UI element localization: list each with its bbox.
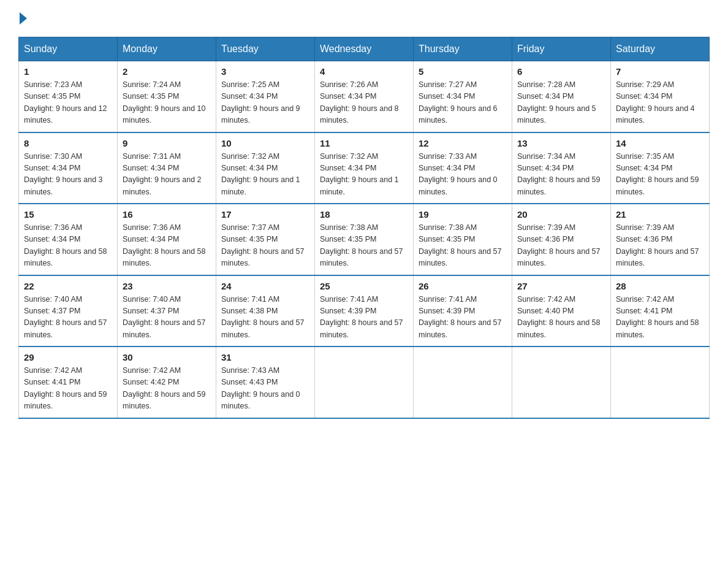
calendar-cell: 10 Sunrise: 7:32 AMSunset: 4:34 PMDaylig… — [216, 132, 315, 204]
calendar-cell: 6 Sunrise: 7:28 AMSunset: 4:34 PMDayligh… — [512, 61, 611, 132]
calendar-cell: 9 Sunrise: 7:31 AMSunset: 4:34 PMDayligh… — [118, 132, 216, 204]
day-number: 17 — [221, 209, 309, 220]
calendar-header: SundayMondayTuesdayWednesdayThursdayFrid… — [19, 37, 710, 61]
day-info: Sunrise: 7:25 AMSunset: 4:34 PMDaylight:… — [221, 79, 309, 127]
day-info: Sunrise: 7:35 AMSunset: 4:34 PMDaylight:… — [616, 151, 704, 199]
day-info: Sunrise: 7:27 AMSunset: 4:34 PMDaylight:… — [419, 79, 507, 127]
day-number: 26 — [419, 281, 507, 291]
calendar-cell: 5 Sunrise: 7:27 AMSunset: 4:34 PMDayligh… — [414, 61, 512, 132]
day-info: Sunrise: 7:42 AMSunset: 4:42 PMDaylight:… — [123, 365, 211, 413]
day-number: 24 — [221, 281, 309, 291]
day-number: 18 — [320, 209, 408, 220]
day-info: Sunrise: 7:43 AMSunset: 4:43 PMDaylight:… — [221, 365, 309, 413]
day-info: Sunrise: 7:38 AMSunset: 4:35 PMDaylight:… — [419, 222, 507, 270]
calendar-cell — [315, 347, 414, 418]
calendar-cell: 14 Sunrise: 7:35 AMSunset: 4:34 PMDaylig… — [611, 132, 710, 204]
calendar-cell: 19 Sunrise: 7:38 AMSunset: 4:35 PMDaylig… — [414, 204, 512, 275]
calendar-cell: 28 Sunrise: 7:42 AMSunset: 4:41 PMDaylig… — [611, 275, 710, 347]
day-info: Sunrise: 7:36 AMSunset: 4:34 PMDaylight:… — [24, 222, 112, 270]
calendar-week-row: 15 Sunrise: 7:36 AMSunset: 4:34 PMDaylig… — [19, 204, 710, 275]
day-info: Sunrise: 7:40 AMSunset: 4:37 PMDaylight:… — [24, 294, 112, 342]
calendar-cell: 22 Sunrise: 7:40 AMSunset: 4:37 PMDaylig… — [19, 275, 118, 347]
calendar-week-row: 1 Sunrise: 7:23 AMSunset: 4:35 PMDayligh… — [19, 61, 710, 132]
header-cell-thursday: Thursday — [414, 37, 512, 61]
day-number: 19 — [419, 209, 507, 220]
day-info: Sunrise: 7:36 AMSunset: 4:34 PMDaylight:… — [123, 222, 211, 270]
day-number: 6 — [517, 66, 605, 77]
day-info: Sunrise: 7:41 AMSunset: 4:39 PMDaylight:… — [320, 294, 408, 342]
calendar-cell: 8 Sunrise: 7:30 AMSunset: 4:34 PMDayligh… — [19, 132, 118, 204]
day-number: 11 — [320, 138, 408, 148]
day-number: 5 — [419, 66, 507, 77]
calendar-cell — [611, 347, 710, 418]
day-info: Sunrise: 7:29 AMSunset: 4:34 PMDaylight:… — [616, 79, 704, 127]
calendar-week-row: 29 Sunrise: 7:42 AMSunset: 4:41 PMDaylig… — [19, 347, 710, 418]
calendar-cell — [512, 347, 611, 418]
day-number: 15 — [24, 209, 112, 220]
day-number: 10 — [221, 138, 309, 148]
day-info: Sunrise: 7:37 AMSunset: 4:35 PMDaylight:… — [221, 222, 309, 270]
header-cell-wednesday: Wednesday — [315, 37, 414, 61]
day-number: 28 — [616, 281, 704, 291]
calendar-cell: 18 Sunrise: 7:38 AMSunset: 4:35 PMDaylig… — [315, 204, 414, 275]
calendar-cell: 25 Sunrise: 7:41 AMSunset: 4:39 PMDaylig… — [315, 275, 414, 347]
day-number: 20 — [517, 209, 605, 220]
day-info: Sunrise: 7:42 AMSunset: 4:41 PMDaylight:… — [616, 294, 704, 342]
day-number: 13 — [517, 138, 605, 148]
logo-arrow-icon — [20, 12, 27, 25]
calendar-cell: 15 Sunrise: 7:36 AMSunset: 4:34 PMDaylig… — [19, 204, 118, 275]
calendar-cell: 26 Sunrise: 7:41 AMSunset: 4:39 PMDaylig… — [414, 275, 512, 347]
logo — [18, 12, 28, 25]
day-number: 21 — [616, 209, 704, 220]
day-number: 16 — [123, 209, 211, 220]
calendar-cell: 16 Sunrise: 7:36 AMSunset: 4:34 PMDaylig… — [118, 204, 216, 275]
calendar-cell: 13 Sunrise: 7:34 AMSunset: 4:34 PMDaylig… — [512, 132, 611, 204]
day-info: Sunrise: 7:33 AMSunset: 4:34 PMDaylight:… — [419, 151, 507, 199]
day-info: Sunrise: 7:23 AMSunset: 4:35 PMDaylight:… — [24, 79, 112, 127]
day-info: Sunrise: 7:34 AMSunset: 4:34 PMDaylight:… — [517, 151, 605, 199]
calendar-cell — [414, 347, 512, 418]
day-info: Sunrise: 7:39 AMSunset: 4:36 PMDaylight:… — [616, 222, 704, 270]
day-number: 2 — [123, 66, 211, 77]
day-number: 22 — [24, 281, 112, 291]
calendar-cell: 31 Sunrise: 7:43 AMSunset: 4:43 PMDaylig… — [216, 347, 315, 418]
calendar-cell: 20 Sunrise: 7:39 AMSunset: 4:36 PMDaylig… — [512, 204, 611, 275]
calendar-body: 1 Sunrise: 7:23 AMSunset: 4:35 PMDayligh… — [19, 61, 710, 418]
day-info: Sunrise: 7:30 AMSunset: 4:34 PMDaylight:… — [24, 151, 112, 199]
calendar-cell: 4 Sunrise: 7:26 AMSunset: 4:34 PMDayligh… — [315, 61, 414, 132]
header-row: SundayMondayTuesdayWednesdayThursdayFrid… — [19, 37, 710, 61]
calendar-cell: 7 Sunrise: 7:29 AMSunset: 4:34 PMDayligh… — [611, 61, 710, 132]
day-info: Sunrise: 7:41 AMSunset: 4:39 PMDaylight:… — [419, 294, 507, 342]
day-info: Sunrise: 7:24 AMSunset: 4:35 PMDaylight:… — [123, 79, 211, 127]
calendar-week-row: 8 Sunrise: 7:30 AMSunset: 4:34 PMDayligh… — [19, 132, 710, 204]
day-number: 30 — [123, 352, 211, 362]
calendar-cell: 2 Sunrise: 7:24 AMSunset: 4:35 PMDayligh… — [118, 61, 216, 132]
day-info: Sunrise: 7:42 AMSunset: 4:40 PMDaylight:… — [517, 294, 605, 342]
calendar-cell: 1 Sunrise: 7:23 AMSunset: 4:35 PMDayligh… — [19, 61, 118, 132]
day-number: 4 — [320, 66, 408, 77]
header-cell-tuesday: Tuesday — [216, 37, 315, 61]
calendar-cell: 11 Sunrise: 7:32 AMSunset: 4:34 PMDaylig… — [315, 132, 414, 204]
calendar-cell: 12 Sunrise: 7:33 AMSunset: 4:34 PMDaylig… — [414, 132, 512, 204]
header-cell-saturday: Saturday — [611, 37, 710, 61]
calendar-cell: 23 Sunrise: 7:40 AMSunset: 4:37 PMDaylig… — [118, 275, 216, 347]
day-number: 31 — [221, 352, 309, 362]
calendar-cell: 29 Sunrise: 7:42 AMSunset: 4:41 PMDaylig… — [19, 347, 118, 418]
day-number: 8 — [24, 138, 112, 148]
calendar-cell: 30 Sunrise: 7:42 AMSunset: 4:42 PMDaylig… — [118, 347, 216, 418]
calendar-cell: 3 Sunrise: 7:25 AMSunset: 4:34 PMDayligh… — [216, 61, 315, 132]
day-info: Sunrise: 7:26 AMSunset: 4:34 PMDaylight:… — [320, 79, 408, 127]
header-cell-sunday: Sunday — [19, 37, 118, 61]
day-info: Sunrise: 7:38 AMSunset: 4:35 PMDaylight:… — [320, 222, 408, 270]
header-cell-monday: Monday — [118, 37, 216, 61]
header-cell-friday: Friday — [512, 37, 611, 61]
day-number: 27 — [517, 281, 605, 291]
calendar-cell: 21 Sunrise: 7:39 AMSunset: 4:36 PMDaylig… — [611, 204, 710, 275]
day-number: 25 — [320, 281, 408, 291]
calendar-week-row: 22 Sunrise: 7:40 AMSunset: 4:37 PMDaylig… — [19, 275, 710, 347]
day-info: Sunrise: 7:42 AMSunset: 4:41 PMDaylight:… — [24, 365, 112, 413]
day-info: Sunrise: 7:28 AMSunset: 4:34 PMDaylight:… — [517, 79, 605, 127]
day-info: Sunrise: 7:32 AMSunset: 4:34 PMDaylight:… — [221, 151, 309, 199]
calendar-cell: 24 Sunrise: 7:41 AMSunset: 4:38 PMDaylig… — [216, 275, 315, 347]
day-info: Sunrise: 7:32 AMSunset: 4:34 PMDaylight:… — [320, 151, 408, 199]
